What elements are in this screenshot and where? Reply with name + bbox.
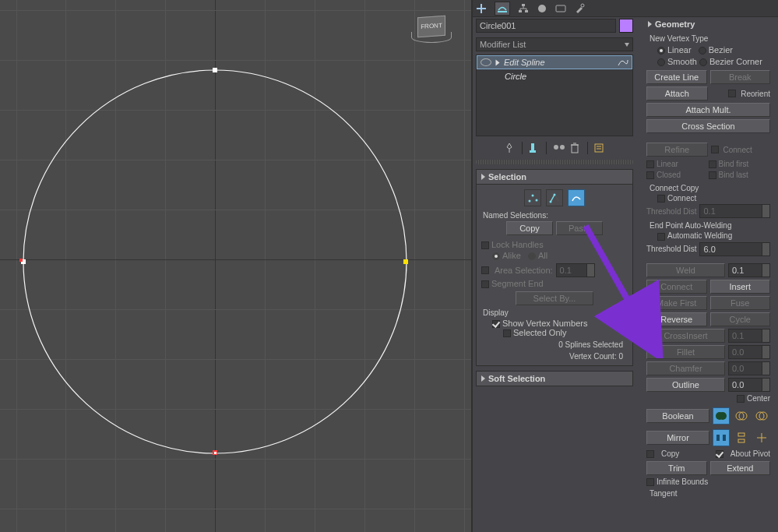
named-selections-label: Named Selections: (483, 211, 628, 220)
drag-handle[interactable] (476, 160, 633, 164)
collapse-icon (481, 375, 485, 382)
outline-button[interactable]: Outline (646, 378, 725, 392)
motion-tab-icon[interactable] (537, 3, 547, 14)
end-point-label: End Point Auto-Welding (650, 221, 770, 230)
linear-radio[interactable] (657, 47, 665, 55)
rollup-title: Selection (488, 172, 526, 181)
selection-rollup-header[interactable]: Selection (476, 169, 633, 185)
reverse-button[interactable]: Reverse (646, 312, 707, 326)
stack-item-label: Circle (505, 72, 526, 81)
outline-spinner[interactable]: 0.0 (728, 378, 770, 392)
about-pivot-checkbox[interactable] (716, 450, 723, 458)
svg-rect-20 (531, 143, 534, 150)
viewcube[interactable]: FRONT (414, 12, 452, 35)
make-first-button: Make First (646, 296, 707, 310)
make-unique-icon[interactable] (553, 143, 564, 153)
connect-button: Connect (646, 280, 707, 294)
circle-spline[interactable] (0, 0, 471, 532)
bezier-corner-radio[interactable] (699, 58, 707, 66)
visibility-toggle-icon[interactable] (481, 58, 491, 66)
tangent-label: Tangent (650, 489, 770, 498)
auto-welding-checkbox[interactable] (657, 233, 665, 241)
svg-point-17 (538, 5, 546, 12)
svg-rect-27 (595, 144, 603, 152)
attach-mult-button[interactable]: Attach Mult. (646, 103, 770, 117)
spline-subobj-button[interactable] (568, 189, 585, 206)
area-selection-checkbox (481, 266, 489, 274)
show-vertex-numbers-checkbox[interactable] (492, 320, 500, 328)
copy-chk-label: Copy (661, 449, 679, 458)
infinite-bounds-label: Infinite Bounds (657, 477, 708, 486)
connect-copy-checkbox[interactable] (657, 195, 665, 203)
svg-point-19 (581, 4, 584, 7)
svg-rect-9 (498, 11, 507, 12)
copy-checkbox[interactable] (646, 450, 654, 458)
select-by-button: Select By... (516, 291, 593, 305)
stack-item-edit-spline[interactable]: Edit Spline (477, 55, 632, 69)
bind-first-checkbox (709, 160, 716, 168)
svg-rect-5 (19, 259, 23, 262)
mirror-h-icon[interactable] (713, 429, 730, 446)
object-color-swatch[interactable] (619, 19, 633, 33)
svg-rect-6 (214, 452, 217, 454)
smooth-radio[interactable] (657, 58, 665, 66)
expand-icon[interactable] (496, 59, 500, 65)
object-name-input[interactable] (476, 19, 616, 33)
trim-button[interactable]: Trim (646, 461, 707, 475)
modifier-list-dropdown[interactable]: Modifier List (476, 37, 633, 51)
svg-point-22 (554, 145, 558, 150)
show-result-icon[interactable] (529, 143, 540, 153)
display-tab-icon[interactable] (555, 3, 566, 14)
stack-item-label: Edit Spline (504, 58, 545, 67)
collapse-icon (481, 174, 485, 180)
linear-label: Linear (667, 45, 692, 55)
weld-spinner[interactable]: 0.1 (728, 263, 770, 277)
attach-button[interactable]: Attach (646, 86, 708, 100)
create-line-button[interactable]: Create Line (646, 70, 707, 84)
insert-button[interactable]: Insert (710, 280, 771, 294)
area-selection-spinner: 0.1 (556, 263, 595, 277)
bezier-radio[interactable] (699, 47, 706, 55)
boolean-button[interactable]: Boolean (646, 409, 709, 423)
infinite-bounds-checkbox[interactable] (646, 478, 654, 486)
pin-stack-icon[interactable] (505, 143, 516, 153)
bind-first-label: Bind first (719, 160, 749, 168)
configure-sets-icon[interactable] (594, 143, 605, 153)
bezier-corner-label: Bezier Corner (709, 57, 762, 66)
mirror-v-icon[interactable] (733, 429, 750, 446)
show-vertex-numbers-label: Show Vertex Numbers (502, 319, 587, 328)
utilities-tab-icon[interactable] (574, 3, 585, 14)
boolean-subtract-icon[interactable] (733, 407, 750, 425)
boolean-union-icon[interactable] (713, 407, 730, 425)
mirror-both-icon[interactable] (753, 429, 770, 446)
lock-handles-checkbox (481, 241, 489, 249)
svg-rect-12 (525, 10, 528, 12)
aw-threshold-spinner[interactable]: 6.0 (699, 242, 770, 256)
cycle-button: Cycle (710, 312, 771, 326)
svg-rect-18 (556, 5, 565, 12)
segment-subobj-button[interactable] (546, 189, 563, 206)
mirror-button[interactable]: Mirror (646, 431, 709, 445)
weld-button: Weld (646, 263, 725, 277)
viewport[interactable]: FRONT (0, 0, 471, 532)
vertex-subobj-button[interactable] (524, 189, 541, 206)
boolean-intersect-icon[interactable] (753, 407, 770, 425)
extend-button[interactable]: Extend (710, 461, 771, 475)
create-tab-icon[interactable] (476, 3, 487, 14)
copy-selection-button[interactable]: Copy (506, 221, 553, 235)
modifier-stack[interactable]: Edit Spline Circle (476, 55, 633, 136)
geometry-rollup-header[interactable]: Geometry (643, 17, 773, 31)
modify-tab-icon[interactable] (495, 2, 510, 16)
break-button: Break (710, 70, 771, 84)
selected-only-checkbox[interactable] (503, 329, 511, 337)
soft-selection-rollup-header[interactable]: Soft Selection (476, 371, 633, 386)
cross-section-button[interactable]: Cross Section (646, 119, 770, 133)
reorient-checkbox[interactable] (728, 90, 736, 97)
center-checkbox[interactable] (737, 395, 745, 403)
auto-welding-label: Automatic Welding (667, 231, 732, 240)
hierarchy-tab-icon[interactable] (518, 3, 529, 14)
cc-threshold-label: Threshold Dist (646, 207, 696, 216)
stack-item-circle[interactable]: Circle (477, 69, 632, 83)
aw-threshold-label: Threshold Dist (646, 245, 696, 253)
remove-modifier-icon[interactable] (570, 143, 581, 153)
